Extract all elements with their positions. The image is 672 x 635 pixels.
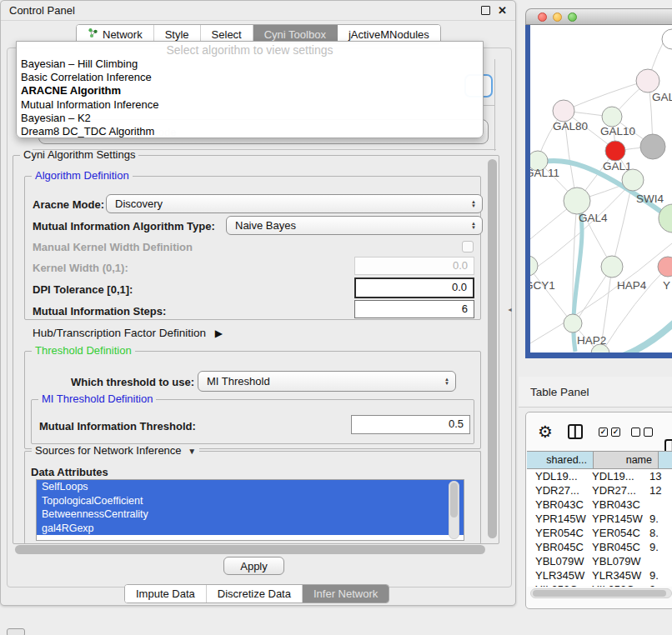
network-window-titlebar[interactable]	[525, 8, 672, 25]
node-label-y: Y	[663, 279, 670, 292]
mi-algorithm-type-label: Mutual Information Algorithm Type:	[33, 220, 215, 232]
settings-horizontal-scrollbar[interactable]	[15, 545, 485, 554]
table-row[interactable]: YDL19...YDL19...13	[527, 469, 672, 483]
column-header-shared[interactable]: shared...	[527, 451, 594, 469]
table-cell: 12	[645, 484, 672, 497]
close-traffic-light-icon[interactable]	[538, 12, 547, 22]
aracne-mode-combobox[interactable]: Discovery ▲▼	[106, 194, 483, 213]
clipped-widget[interactable]	[7, 628, 25, 635]
table-cell: 9.	[645, 512, 672, 525]
algorithm-option-mutual-information-inference[interactable]: Mutual Information Inference	[17, 98, 483, 112]
show-columns-icon[interactable]: ✓ ✓	[599, 428, 620, 437]
network-node-hap2[interactable]	[564, 314, 582, 332]
network-node[interactable]	[622, 169, 644, 191]
table-cell: YIL052C	[527, 583, 587, 587]
network-node-gal10[interactable]	[602, 107, 622, 127]
tab-infer-network[interactable]: Infer Network	[303, 585, 389, 602]
dpi-tolerance-input[interactable]: 0.0	[354, 278, 474, 298]
maximize-traffic-light-icon[interactable]	[568, 12, 577, 22]
column-header-clipped[interactable]	[659, 451, 672, 469]
data-attributes-list[interactable]: SelfLoopsTopologicalCoefficientBetweenne…	[36, 479, 464, 541]
mi-steps-input[interactable]: 6	[354, 300, 474, 318]
table-row[interactable]: YDR27...YDR27...12	[527, 483, 672, 498]
network-edge[interactable]	[530, 266, 571, 322]
column-header-name[interactable]: name	[594, 451, 659, 469]
attributes-scrollbar-track[interactable]	[449, 481, 459, 539]
attribute-item-gal4rgexp[interactable]: gal4RGexp	[37, 522, 464, 536]
network-edge-thick[interactable]	[610, 322, 672, 352]
table-header-row: shared...name	[527, 451, 672, 469]
gear-icon[interactable]: ⚙	[538, 423, 553, 440]
table-row[interactable]: YIL052CYIL052C9	[527, 582, 672, 587]
table-row[interactable]: YBR043CYBR043C	[527, 498, 672, 512]
checked-checkbox-icon: ✓	[599, 428, 608, 437]
sources-title[interactable]: Sources for Network Inference ▼	[32, 444, 199, 457]
network-edge[interactable]	[530, 243, 672, 346]
occluded-groupbox-border3	[33, 149, 496, 150]
network-graph: GALGAL80GAL10GAL1GAL11GAL4SWI4GCY1HAP4YH…	[530, 25, 672, 352]
network-node[interactable]	[640, 134, 665, 159]
network-node-gal4[interactable]	[564, 188, 590, 214]
columns-icon[interactable]	[568, 424, 583, 439]
which-threshold-combobox[interactable]: MI Threshold ▲▼	[198, 371, 456, 392]
network-node-hap4[interactable]	[601, 256, 623, 278]
attribute-item-topologicalcoefficient[interactable]: TopologicalCoefficient	[37, 494, 464, 508]
algorithm-option-aracne-algorithm[interactable]: ARACNE Algorithm	[17, 84, 483, 98]
network-node-gal80[interactable]	[553, 100, 574, 122]
hide-columns-icon[interactable]	[631, 428, 653, 437]
node-label-gal10: GAL10	[600, 125, 635, 138]
network-view-canvas[interactable]: GALGAL80GAL10GAL1GAL11GAL4SWI4GCY1HAP4YH…	[530, 25, 672, 352]
combo-arrows-icon: ▲▼	[471, 222, 476, 230]
attribute-item-betweennesscentrality[interactable]: BetweennessCentrality	[37, 508, 464, 522]
float-window-icon[interactable]	[481, 6, 490, 15]
minimize-traffic-light-icon[interactable]	[553, 12, 562, 22]
table-row[interactable]: YBL079WYBL079W	[527, 554, 672, 568]
table-cell: YER054C	[587, 527, 645, 539]
mi-algorithm-type-combobox[interactable]: Naive Bayes ▲▼	[226, 216, 483, 235]
close-icon[interactable]: ✕	[498, 7, 507, 15]
network-node-gcy1[interactable]	[530, 256, 538, 276]
table-cell: YDR27...	[587, 484, 645, 497]
algorithm-option-bayesian-hill-climbing[interactable]: Bayesian – Hill Climbing	[17, 58, 483, 71]
mi-threshold-input[interactable]: 0.5	[351, 415, 470, 434]
apply-button[interactable]: Apply	[223, 557, 284, 575]
settings-vertical-scrollbar[interactable]	[488, 159, 497, 538]
manual-kernel-width-checkbox[interactable]	[462, 241, 474, 252]
table-scrollbar-thumb[interactable]	[533, 590, 666, 597]
attribute-item-selfloops[interactable]: SelfLoops	[37, 480, 464, 494]
node-label-gal: GAL	[652, 91, 672, 103]
algorithm-option-basic-correlation-inference[interactable]: Basic Correlation Inference	[17, 71, 483, 84]
table-row[interactable]: YER054CYER054C8.	[527, 526, 672, 540]
unchecked-checkbox-icon	[644, 428, 653, 437]
hub-definition-toggle[interactable]: Hub/Transcription Factor Definition ▶	[33, 327, 223, 339]
algorithm-dropdown-popup: Select algorithm to view settings Bayesi…	[16, 41, 484, 138]
table-row[interactable]: YPR145WYPR145W9.	[527, 512, 672, 526]
combo-arrows-icon: ▲▼	[444, 378, 449, 386]
network-node-y[interactable]	[658, 257, 672, 277]
algorithm-option-dream8-dc-tdc-algorithm[interactable]: Dream8 DC_TDC Algorithm	[17, 125, 483, 138]
network-node-gal[interactable]	[636, 69, 659, 92]
control-panel-titlebar: Control Panel ✕	[1, 1, 515, 21]
tab-discretize-data[interactable]: Discretize Data	[207, 585, 303, 602]
network-node[interactable]	[662, 29, 672, 49]
node-label-swi4: SWI4	[636, 192, 664, 205]
tab-label: Select	[212, 28, 242, 41]
algorithm-option-bayesian-k2[interactable]: Bayesian – K2	[17, 112, 483, 125]
attributes-scrollbar-thumb[interactable]	[450, 482, 458, 518]
table-cell: YBR043C	[527, 498, 587, 511]
table-row[interactable]: YLR345WYLR345W9.	[527, 568, 672, 582]
kernel-width-input[interactable]: 0.0	[354, 257, 474, 275]
table-cell: 9.	[645, 569, 672, 582]
network-node-gal1[interactable]	[605, 141, 625, 161]
mi-algorithm-type-value: Naive Bayes	[235, 219, 296, 232]
network-edge[interactable]	[565, 80, 649, 110]
split-pane-handle-icon[interactable]: ◄	[507, 307, 513, 312]
table-cell: 9.	[645, 541, 672, 553]
table-cell: YBL079W	[527, 555, 587, 568]
chevron-down-icon: ▼	[188, 447, 196, 456]
tab-impute-data[interactable]: Impute Data	[125, 585, 207, 602]
table-row[interactable]: YBR045CYBR045C9.	[527, 540, 672, 554]
table-cell: YLR345W	[587, 569, 645, 582]
table-cell: YBR045C	[527, 541, 587, 553]
table-scrollbar-track[interactable]	[530, 588, 672, 598]
